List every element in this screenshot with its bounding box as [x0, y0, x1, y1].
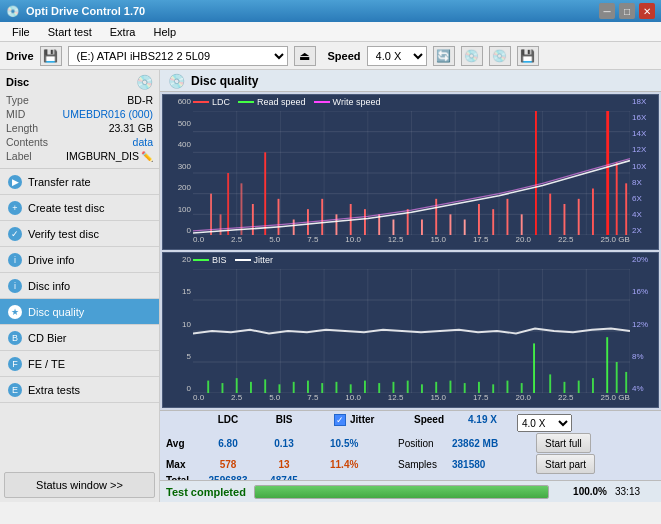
ldc-legend-write: Write speed [314, 97, 381, 107]
sidebar-item-transfer-rate[interactable]: ▶ Transfer rate [0, 169, 159, 195]
progress-bar-container: Test completed 100.0% 33:13 [160, 480, 661, 502]
sidebar-item-cd-bier[interactable]: B CD Bier [0, 325, 159, 351]
svg-rect-94 [625, 372, 627, 393]
sidebar-item-fe-te[interactable]: F FE / TE [0, 351, 159, 377]
menu-help[interactable]: Help [145, 24, 184, 40]
disc-label-label: Label [6, 150, 32, 162]
disc-type-label: Type [6, 94, 29, 106]
jitter-checkbox[interactable]: ✓ [334, 414, 346, 426]
status-window-button[interactable]: Status window >> [4, 472, 155, 498]
title-bar-left: 💿 Opti Drive Control 1.70 [6, 5, 145, 18]
edit-icon[interactable]: ✏️ [141, 151, 153, 162]
disc-quality-label: Disc quality [28, 306, 84, 318]
drive-select[interactable]: (E:) ATAPI iHBS212 2 5L09 [68, 46, 288, 66]
svg-rect-78 [407, 381, 409, 393]
drive-icon[interactable]: 💾 [40, 46, 62, 66]
svg-rect-24 [293, 220, 295, 236]
svg-rect-91 [592, 378, 594, 393]
disc-button1[interactable]: 💿 [461, 46, 483, 66]
stats-speed-select[interactable]: 4.0 X [517, 414, 572, 432]
svg-rect-37 [478, 204, 480, 235]
svg-rect-48 [625, 183, 627, 235]
sidebar-item-disc-info[interactable]: i Disc info [0, 273, 159, 299]
svg-rect-85 [507, 381, 509, 393]
create-test-disc-label: Create test disc [28, 202, 104, 214]
ldc-chart: LDC Read speed Write speed 600 500 40 [162, 94, 659, 250]
svg-rect-22 [264, 152, 266, 235]
progress-time: 33:13 [615, 486, 655, 497]
svg-rect-31 [393, 220, 395, 236]
disc-panel-header: Disc 💿 [6, 74, 153, 90]
stats-avg-label: Avg [166, 438, 198, 449]
close-button[interactable]: ✕ [639, 3, 655, 19]
sidebar-item-disc-quality[interactable]: ★ Disc quality [0, 299, 159, 325]
cd-bier-icon: B [8, 331, 22, 345]
disc-length-row: Length 23.31 GB [6, 122, 153, 134]
svg-rect-81 [450, 381, 452, 393]
ldc-y-axis-right: 18X 16X 14X 12X 10X 8X 6X 4X 2X [630, 95, 658, 249]
svg-rect-74 [350, 384, 352, 393]
stats-position-label: Position [398, 438, 448, 449]
stats-max-bis: 13 [258, 459, 310, 470]
disc-quality-header: 💿 Disc quality [160, 70, 661, 92]
svg-rect-65 [222, 383, 224, 393]
svg-rect-90 [578, 381, 580, 393]
start-full-button[interactable]: Start full [536, 433, 591, 453]
status-text: Test completed [166, 486, 246, 498]
disc-mid-value: UMEBDR016 (000) [63, 108, 153, 120]
ldc-legend-ldc-label: LDC [212, 97, 230, 107]
sidebar-item-drive-info[interactable]: i Drive info [0, 247, 159, 273]
bis-plot [193, 269, 630, 393]
menu-extra[interactable]: Extra [102, 24, 144, 40]
svg-rect-80 [435, 382, 437, 393]
ldc-legend: LDC Read speed Write speed [193, 97, 380, 107]
bis-legend-jitter: Jitter [235, 255, 274, 265]
bis-y-axis: 20 15 10 5 0 [163, 253, 193, 407]
sidebar-item-create-test-disc[interactable]: + Create test disc [0, 195, 159, 221]
save-button[interactable]: 💾 [517, 46, 539, 66]
svg-rect-73 [336, 382, 338, 393]
ldc-legend-write-label: Write speed [333, 97, 381, 107]
ldc-y-axis: 600 500 400 300 200 100 0 [163, 95, 193, 249]
speed-label: Speed [328, 50, 361, 62]
menu-file[interactable]: File [4, 24, 38, 40]
minimize-button[interactable]: ─ [599, 3, 615, 19]
stats-check-spacer [314, 414, 330, 432]
svg-rect-43 [564, 204, 566, 235]
disc-info-icon: i [8, 279, 22, 293]
ldc-legend-ldc: LDC [193, 97, 230, 107]
svg-rect-76 [378, 383, 380, 393]
disc-mid-row: MID UMEBDR016 (000) [6, 108, 153, 120]
svg-rect-67 [250, 382, 252, 393]
stats-position-value: 23862 MB [452, 438, 532, 449]
svg-rect-41 [535, 111, 537, 235]
menu-bar: File Start test Extra Help [0, 22, 661, 42]
disc-label-row: Label IMGBURN_DIS ✏️ [6, 150, 153, 162]
refresh-button[interactable]: 🔄 [433, 46, 455, 66]
svg-rect-18 [220, 214, 222, 235]
progress-percent: 100.0% [557, 486, 607, 497]
svg-rect-45 [592, 189, 594, 236]
ldc-x-axis: 0.0 2.5 5.0 7.5 10.0 12.5 15.0 17.5 20.0… [193, 235, 630, 249]
ldc-plot [193, 111, 630, 235]
extra-tests-icon: E [8, 383, 22, 397]
eject-button[interactable]: ⏏ [294, 46, 316, 66]
drive-label: Drive [6, 50, 34, 62]
start-part-button[interactable]: Start part [536, 454, 595, 474]
svg-rect-39 [507, 199, 509, 235]
disc-panel-title: Disc [6, 76, 29, 88]
fe-te-icon: F [8, 357, 22, 371]
svg-rect-46 [606, 111, 609, 235]
disc-button2[interactable]: 💿 [489, 46, 511, 66]
maximize-button[interactable]: □ [619, 3, 635, 19]
title-bar-controls: ─ □ ✕ [599, 3, 655, 19]
sidebar-item-extra-tests[interactable]: E Extra tests [0, 377, 159, 403]
svg-rect-47 [616, 163, 618, 235]
extra-tests-label: Extra tests [28, 384, 80, 396]
speed-select[interactable]: 4.0 X [367, 46, 427, 66]
svg-rect-75 [364, 381, 366, 393]
sidebar-item-verify-test-disc[interactable]: ✓ Verify test disc [0, 221, 159, 247]
menu-start-test[interactable]: Start test [40, 24, 100, 40]
svg-rect-88 [549, 374, 551, 393]
stats-jitter-header: Jitter [350, 414, 410, 432]
